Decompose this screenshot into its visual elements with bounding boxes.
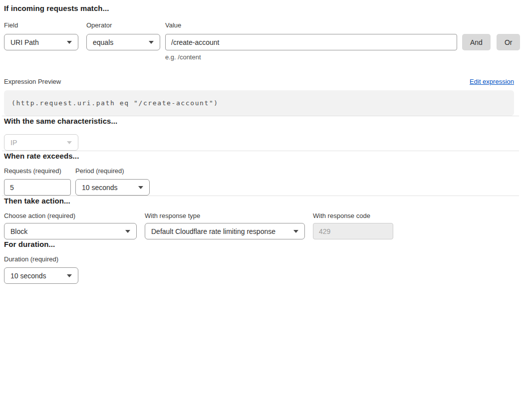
response-type-select-value: Default Cloudflare rate limiting respons… (151, 227, 275, 235)
characteristic-select-value: IP (10, 139, 17, 147)
expression-code-text: (http.request.uri.path eq "/create-accou… (11, 99, 219, 107)
duration-label: Duration (required) (4, 255, 78, 263)
characteristic-select: IP (4, 134, 78, 151)
duration-row: Duration (required) 10 seconds (4, 255, 514, 284)
choose-action-select[interactable]: Block (4, 223, 137, 239)
operator-label: Operator (86, 21, 160, 29)
operator-select[interactable]: equals (86, 34, 160, 50)
period-column: Period (required) 10 seconds (75, 167, 150, 196)
value-hint: e.g. /content (165, 53, 457, 61)
period-label: Period (required) (75, 167, 150, 175)
value-input[interactable] (165, 34, 457, 50)
response-type-select[interactable]: Default Cloudflare rate limiting respons… (145, 223, 305, 239)
and-button[interactable]: And (462, 34, 491, 50)
chevron-down-icon (138, 186, 143, 189)
operator-select-value: equals (93, 38, 113, 46)
field-select[interactable]: URI Path (4, 34, 78, 50)
response-type-label: With response type (145, 212, 305, 220)
value-label: Value (165, 21, 457, 29)
rate-limiting-rule-form: If incoming requests match... Field URI … (0, 0, 523, 288)
choose-action-label: Choose action (required) (4, 212, 137, 220)
choose-action-select-value: Block (10, 227, 27, 235)
edit-expression-link[interactable]: Edit expression (470, 78, 514, 86)
requests-column: Requests (required) (4, 167, 71, 196)
choose-action-column: Choose action (required) Block (4, 212, 137, 239)
chevron-down-icon (293, 230, 298, 233)
chevron-down-icon (67, 274, 72, 277)
section-heading-action: Then take action... (4, 196, 514, 206)
period-select[interactable]: 10 seconds (75, 179, 150, 196)
field-column: Field URI Path (4, 21, 78, 50)
response-code-column: With response code (313, 212, 393, 239)
section-heading-match: If incoming requests match... (4, 3, 514, 13)
expression-preview-label: Expression Preview (4, 78, 61, 86)
period-select-value: 10 seconds (82, 184, 118, 192)
field-select-value: URI Path (10, 38, 39, 46)
value-column: Value e.g. /content (165, 21, 457, 61)
section-heading-rate: When rate exceeds... (4, 151, 514, 161)
or-button[interactable]: Or (497, 34, 521, 50)
chevron-down-icon (67, 41, 72, 44)
chevron-down-icon (67, 141, 72, 144)
expression-preview-code: (http.request.uri.path eq "/create-accou… (4, 90, 514, 116)
expression-preview-header: Expression Preview Edit expression (4, 78, 514, 86)
operator-column: Operator equals (86, 21, 160, 50)
duration-select-value: 10 seconds (10, 272, 46, 280)
expression-connector-buttons: And Or (462, 34, 520, 50)
response-type-column: With response type Default Cloudflare ra… (145, 212, 305, 239)
action-row: Choose action (required) Block With resp… (4, 212, 514, 239)
rate-row: Requests (required) Period (required) 10… (4, 167, 514, 196)
requests-input[interactable] (4, 179, 71, 196)
chevron-down-icon (149, 41, 154, 44)
requests-label: Requests (required) (4, 167, 71, 175)
response-code-input (313, 223, 393, 239)
duration-select[interactable]: 10 seconds (4, 267, 78, 284)
response-code-label: With response code (313, 212, 393, 220)
duration-column: Duration (required) 10 seconds (4, 255, 78, 284)
match-fields-row: Field URI Path Operator equals Value e.g… (4, 21, 514, 61)
section-heading-characteristics: With the same characteristics... (4, 116, 514, 126)
section-heading-duration: For duration... (4, 239, 514, 249)
characteristics-row: IP (4, 134, 514, 151)
field-label: Field (4, 21, 78, 29)
chevron-down-icon (125, 230, 130, 233)
